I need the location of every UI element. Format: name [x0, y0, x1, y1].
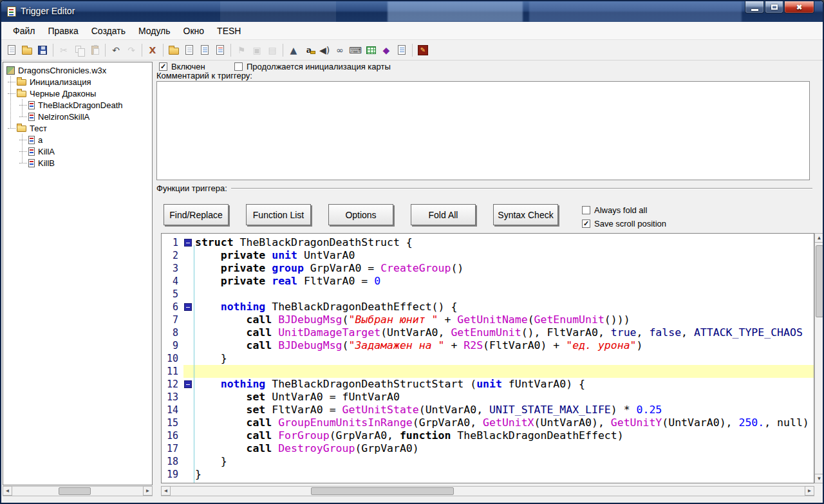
keyboard-icon[interactable]: ⌨ [348, 42, 363, 58]
tree-item-trigger-a[interactable]: a [3, 134, 152, 145]
grid-icon[interactable] [363, 42, 379, 58]
tesh-button-find-replace[interactable]: Find/Replace [164, 204, 229, 225]
code-line-3[interactable]: 3 private group GrpVarA0 = CreateGroup() [162, 262, 814, 275]
code-line-2[interactable]: 2 private unit UntVarA0 [162, 249, 814, 262]
code-line-18[interactable]: 18 } [162, 455, 814, 468]
open-map-icon[interactable] [19, 42, 35, 58]
paste-icon[interactable] [87, 42, 102, 58]
tree-item-trigger-killb[interactable]: KillB [3, 157, 152, 169]
comment-textarea[interactable] [156, 81, 810, 180]
page-info-icon[interactable] [394, 42, 409, 58]
always-fold-row: Always fold all [582, 205, 647, 215]
tree-scroll-left-arrow[interactable]: ◄ [3, 486, 12, 496]
gem-icon[interactable]: ◆ [379, 42, 394, 58]
scroll-up-arrow[interactable]: ▲ [814, 233, 824, 243]
fold-marker[interactable] [184, 239, 192, 247]
code-line-8[interactable]: 8 call UnitDamageTarget(UntVarA0, GetEnu… [162, 326, 814, 339]
code-line-13[interactable]: 13 set UntVarA0 = fUntVarA0 [162, 391, 814, 404]
trigger-tree[interactable]: DragonsChronicles.w3xИнициализацияЧерные… [3, 62, 153, 485]
code-line-11[interactable]: 11 [162, 365, 814, 378]
always-fold-checkbox[interactable] [582, 206, 590, 214]
menu-create[interactable]: Создать [85, 23, 132, 39]
tree-item-category-black-dragons[interactable]: Черные Драконы [3, 88, 152, 99]
code-line-4[interactable]: 4 private real FltVarA0 = 0 [162, 275, 814, 288]
minimize-button[interactable] [745, 1, 764, 14]
code-line-7[interactable]: 7 call BJDebugMsg("Выбран юнит " + GetUn… [162, 313, 814, 326]
tree-scroll-right-arrow[interactable]: ► [143, 486, 153, 496]
new-trigger-icon[interactable] [182, 42, 197, 58]
new-comment-icon[interactable] [197, 42, 212, 58]
new-script-icon-glyph [216, 45, 224, 55]
tree-scroll-thumb[interactable] [59, 487, 91, 495]
fold-marker[interactable] [184, 303, 192, 311]
code-line-12[interactable]: 12 nothing TheBlackDragonDeathStructStar… [162, 378, 814, 391]
speaker-icon[interactable]: ◀) [317, 42, 332, 58]
code-line-15[interactable]: 15 call GroupEnumUnitsInRange(GrpVarA0, … [162, 416, 814, 429]
code-horizontal-scrollbar[interactable]: ◄ ► [161, 486, 814, 496]
code-line-10[interactable]: 10 } [162, 352, 814, 365]
menu-module[interactable]: Модуль [132, 23, 177, 39]
code-line-1[interactable]: 1struct TheBlackDragonDeathStruct { [162, 236, 814, 249]
code-line-9[interactable]: 9 call BJDebugMsg("Задамажен на " + R2S(… [162, 339, 814, 352]
code-lines: 1struct TheBlackDragonDeathStruct {2 pri… [162, 236, 814, 483]
horizontal-scroll-thumb[interactable] [311, 487, 454, 495]
tree-item-category-initialization[interactable]: Инициализация [3, 76, 152, 88]
code-line-17[interactable]: 17 call DestroyGroup(GrpVarA0) [162, 442, 814, 455]
text-key-icon[interactable] [301, 42, 317, 58]
cut-icon[interactable]: ✂ [56, 42, 71, 58]
close-button[interactable]: ✖ [784, 1, 814, 14]
tree-item-trigger-nelzironskilla[interactable]: NelzironSkillA [3, 111, 152, 122]
save-map-icon[interactable] [35, 42, 50, 58]
sort-icon[interactable]: ▲ [286, 42, 301, 58]
code-line-16[interactable]: 16 call ForGroup(GrpVarA0, function TheB… [162, 429, 814, 442]
undo-icon[interactable]: ↶ [108, 42, 124, 58]
scroll-right-arrow[interactable]: ► [805, 486, 814, 496]
tesh-button-fold-all[interactable]: Fold All [411, 204, 476, 225]
grid-icon-glyph [366, 46, 376, 54]
new-map-icon[interactable] [4, 42, 19, 58]
code-line-5[interactable]: 5 [162, 288, 814, 301]
enabled-checkbox[interactable] [159, 62, 167, 71]
fold-gutter [183, 404, 195, 416]
save-scroll-checkbox[interactable] [582, 219, 590, 228]
redo-icon[interactable]: ↷ [124, 42, 139, 58]
tesh-settings-icon[interactable] [415, 42, 431, 58]
tree-item-trigger-killa[interactable]: KillA [3, 145, 152, 157]
code-vertical-scrollbar[interactable]: ▲ ▼ [814, 233, 824, 483]
fold-gutter [183, 481, 195, 483]
enabled-checkbox-row: Включен [159, 62, 205, 71]
menu-window[interactable]: Окно [177, 23, 211, 39]
code-editor[interactable]: 1struct TheBlackDragonDeathStruct {2 pri… [161, 233, 814, 483]
code-line-20[interactable]: 20 [162, 481, 814, 483]
code-line-19[interactable]: 19} [162, 468, 814, 481]
title-bar[interactable]: Trigger Editor ✖ [1, 1, 823, 22]
tesh-button-syntax-check[interactable]: Syntax Check [493, 204, 558, 225]
init-checkbox[interactable] [234, 62, 243, 71]
tree-item-category-test[interactable]: Тест [3, 122, 152, 134]
snapshot-icon[interactable]: ▣ [249, 42, 265, 58]
variables-icon[interactable]: X [145, 42, 160, 58]
new-script-icon[interactable] [212, 42, 228, 58]
report-icon[interactable]: ▤ [265, 42, 280, 58]
tesh-button-options[interactable]: Options [328, 204, 393, 225]
code-line-14[interactable]: 14 set FltVarA0 = GetUnitState(UntVarA0,… [162, 404, 814, 416]
code-line-6[interactable]: 6 nothing TheBlackDragonDeathEffect() { [162, 301, 814, 313]
menu-tesh[interactable]: TESH [211, 23, 247, 39]
copy-icon[interactable] [71, 42, 87, 58]
binoculars-icon-glyph: ∞ [336, 46, 344, 55]
scroll-down-arrow[interactable]: ▼ [814, 474, 824, 483]
tree-horizontal-scrollbar[interactable]: ◄ ► [3, 486, 153, 496]
menu-file[interactable]: Файл [6, 23, 41, 39]
vertical-scroll-thumb[interactable] [816, 245, 823, 317]
maximize-button[interactable] [765, 1, 783, 14]
fold-gutter [183, 365, 195, 378]
run-map-icon[interactable]: ⚑ [234, 42, 249, 58]
menu-edit[interactable]: Правка [41, 23, 84, 39]
fold-marker[interactable] [184, 380, 192, 388]
new-category-icon[interactable] [166, 42, 182, 58]
scroll-left-arrow[interactable]: ◄ [161, 486, 171, 496]
tree-item-trigger-theblackdragondeath[interactable]: TheBlackDragonDeath [3, 99, 152, 111]
binoculars-icon[interactable]: ∞ [332, 42, 348, 58]
tesh-button-function-list[interactable]: Function List [246, 204, 311, 225]
tree-item-map-root[interactable]: DragonsChronicles.w3x [3, 64, 152, 76]
